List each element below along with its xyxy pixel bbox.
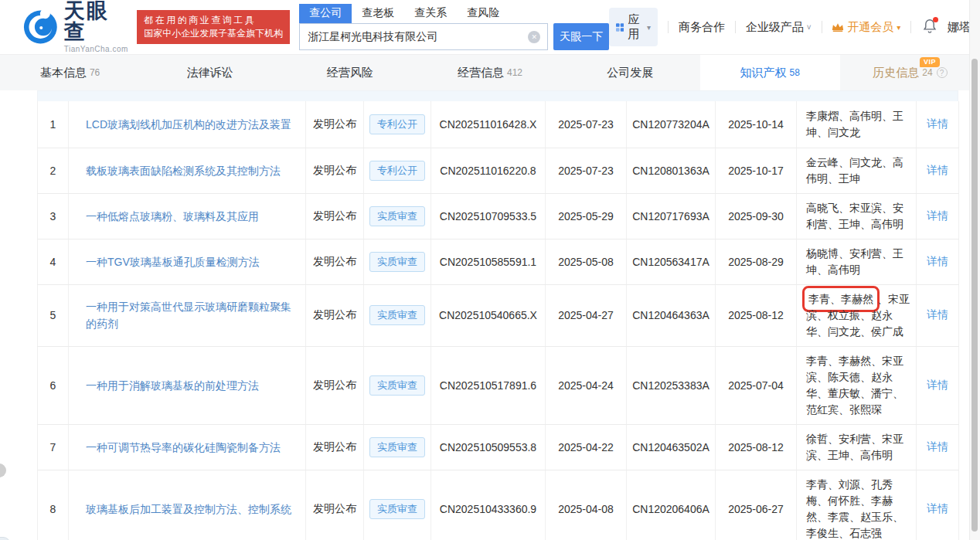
application-number: CN202510709533.5 bbox=[431, 193, 546, 239]
detail-link[interactable]: 详情 bbox=[927, 255, 948, 267]
search-input-wrap: ✕ bbox=[299, 23, 548, 50]
search-tab-relation[interactable]: 查关系 bbox=[404, 4, 457, 23]
detail-link[interactable]: 详情 bbox=[927, 209, 948, 222]
inventors: 李康熠、高伟明、王坤、闫文龙 bbox=[806, 110, 903, 138]
search-tab-company[interactable]: 查公司 bbox=[299, 4, 352, 23]
patent-list-section: 1 LCD玻璃划线机加压机构的改进方法及装置 发明公布 专利公开 CN20251… bbox=[0, 90, 980, 540]
application-date: 2025-05-29 bbox=[546, 193, 627, 239]
status-tag: 实质审查 bbox=[369, 375, 425, 396]
patent-name-link[interactable]: LCD玻璃划线机加压机构的改进方法及装置 bbox=[86, 118, 291, 131]
publication-number: CN120464363A bbox=[627, 284, 716, 346]
publication-number: CN120253383A bbox=[627, 346, 716, 424]
inventors: 李青、刘源、孔秀梅、何怀胜、李赫然、李震、赵玉乐、李俊生、石志强 bbox=[806, 478, 903, 539]
table-row: 7 一种可调节热导率的碳化硅陶瓷制备方法 发明公布 实质审查 CN2025105… bbox=[38, 424, 959, 470]
crown-icon bbox=[832, 22, 844, 32]
application-number: CN202510540665.X bbox=[431, 284, 546, 346]
chevron-down-icon: ▾ bbox=[647, 23, 651, 32]
page-tab[interactable]: 基本信息 76 bbox=[0, 55, 140, 90]
tab-label: 法律诉讼 bbox=[187, 66, 233, 80]
application-date: 2025-07-23 bbox=[546, 101, 627, 148]
application-date: 2025-07-23 bbox=[546, 148, 627, 193]
tab-count: 24 bbox=[922, 67, 932, 78]
row-index: 1 bbox=[38, 101, 69, 148]
patent-name-link[interactable]: 一种用于消解玻璃基板的前处理方法 bbox=[86, 379, 259, 392]
detail-link[interactable]: 详情 bbox=[927, 379, 948, 391]
publication-number: CN120206406A bbox=[627, 470, 716, 540]
patent-type: 发明公布 bbox=[306, 470, 364, 540]
application-number: CN202511016220.8 bbox=[431, 148, 546, 193]
status-tag: 实质审查 bbox=[369, 206, 425, 226]
inventors-cell: 杨晓博、安利营、王坤、高伟明 bbox=[797, 239, 917, 284]
inventors-cell: 李青、李赫然、宋亚滨、权立振、赵永华、闫文龙、侯广成 bbox=[797, 284, 917, 346]
search-tab-boss[interactable]: 查老板 bbox=[352, 4, 404, 23]
detail-link[interactable]: 详情 bbox=[927, 502, 948, 515]
patent-type: 发明公布 bbox=[306, 148, 364, 193]
patent-name-link[interactable]: 一种低熔点玻璃粉、玻璃料及其应用 bbox=[86, 210, 259, 222]
detail-link[interactable]: 详情 bbox=[927, 440, 948, 453]
page-tabs: 基本信息 76 法律诉讼 经营风险 经营信息 412 公司发展 知识产权 58 … bbox=[0, 54, 980, 90]
side-widget-knob[interactable] bbox=[0, 464, 6, 477]
patent-name-link[interactable]: 一种TGV玻璃基板通孔质量检测方法 bbox=[86, 256, 260, 268]
table-row: 8 玻璃基板后加工装置及控制方法、控制系统 发明公布 实质审查 CN202510… bbox=[38, 470, 959, 540]
brand-slogan: 都在用的商业查询工具 国家中小企业发展子基金旗下机构 bbox=[137, 10, 290, 44]
page-tab[interactable]: 法律诉讼 bbox=[140, 55, 280, 90]
application-number: CN202510585591.1 bbox=[431, 239, 546, 284]
inventors: 徐哲、安利营、宋亚滨、王坤、高伟明 bbox=[806, 433, 903, 461]
publication-number: CN120773204A bbox=[627, 101, 716, 148]
publication-number: CN120463502A bbox=[627, 424, 716, 470]
detail-link[interactable]: 详情 bbox=[927, 164, 948, 176]
table-row: 2 载板玻璃表面缺陷检测系统及其控制方法 发明公布 专利公开 CN2025110… bbox=[38, 148, 959, 193]
notification-bell-icon[interactable] bbox=[923, 19, 937, 36]
publication-date: 2025-06-27 bbox=[716, 470, 797, 540]
question-icon[interactable]: ? bbox=[937, 67, 948, 78]
publication-number: CN120717693A bbox=[627, 193, 716, 239]
application-date: 2025-05-08 bbox=[546, 239, 627, 284]
side-widget-panel[interactable] bbox=[0, 537, 11, 540]
open-vip-label: 开通会员 bbox=[847, 20, 893, 35]
apps-grid-icon bbox=[616, 22, 624, 33]
patent-name-link[interactable]: 载板玻璃表面缺陷检测系统及其控制方法 bbox=[86, 165, 281, 177]
application-date: 2025-04-08 bbox=[546, 470, 627, 540]
patent-name-link[interactable]: 一种可调节热导率的碳化硅陶瓷制备方法 bbox=[86, 441, 281, 453]
patent-type: 发明公布 bbox=[306, 101, 364, 148]
search-input[interactable] bbox=[300, 24, 547, 49]
status-tag: 实质审查 bbox=[369, 499, 425, 519]
top-nav: 应用 ▾ 商务合作 企业级产品 ˅ 开通会员 ▾ 娜塔丽... ˅ bbox=[609, 8, 980, 46]
tianyancha-logo[interactable]: 天眼查 TianYanCha.com bbox=[23, 1, 129, 53]
patent-name-link[interactable]: 一种用于对策高世代显示玻璃研磨颗粒聚集的药剂 bbox=[86, 301, 291, 330]
inventors-highlight-annotation: 李青、李赫然 bbox=[802, 286, 880, 312]
inventors: 杨晓博、安利营、王坤、高伟明 bbox=[806, 247, 903, 276]
page-tab[interactable]: 知识产权 58 bbox=[700, 55, 840, 90]
tab-count: 76 bbox=[90, 67, 100, 78]
apps-button[interactable]: 应用 ▾ bbox=[609, 8, 658, 46]
page-tab[interactable]: 经营信息 412 bbox=[420, 55, 560, 90]
publication-date: 2025-08-29 bbox=[716, 239, 797, 284]
logo-domain: TianYanCha.com bbox=[64, 46, 129, 53]
inventors: 高晓飞、宋亚滨、安利营、王坤、高伟明 bbox=[806, 202, 903, 230]
divider bbox=[822, 21, 822, 33]
tab-count: 412 bbox=[507, 67, 522, 78]
search-button[interactable]: 天眼一下 bbox=[553, 23, 609, 50]
slogan-line-1: 都在用的商业查询工具 bbox=[144, 14, 283, 27]
nav-biz-cooperation[interactable]: 商务合作 bbox=[679, 20, 725, 35]
patent-name-link[interactable]: 玻璃基板后加工装置及控制方法、控制系统 bbox=[86, 503, 291, 515]
vertical-scrollbar[interactable] bbox=[969, 0, 980, 540]
detail-link[interactable]: 详情 bbox=[927, 308, 948, 321]
publication-date: 2025-09-30 bbox=[716, 193, 797, 239]
row-index: 3 bbox=[38, 193, 69, 239]
page-tab[interactable]: 公司发展 bbox=[560, 55, 700, 90]
open-vip-button[interactable]: 开通会员 ▾ bbox=[832, 20, 900, 35]
publication-date: 2025-10-14 bbox=[716, 101, 797, 148]
page-tab[interactable]: VIP 历史信息 24 ? bbox=[840, 55, 980, 90]
clear-input-icon[interactable]: ✕ bbox=[528, 31, 540, 43]
tab-count: 58 bbox=[790, 67, 800, 78]
inventors: 李青、李赫然、宋亚滨、陈天德、赵永华、董庆敏、潘宁、范红宾、张熙琛 bbox=[806, 355, 903, 416]
detail-link[interactable]: 详情 bbox=[927, 117, 948, 130]
apps-label: 应用 bbox=[628, 12, 644, 42]
scrollbar-thumb[interactable] bbox=[971, 59, 978, 532]
publication-date: 2025-10-17 bbox=[716, 148, 797, 193]
search-tab-risk[interactable]: 查风险 bbox=[457, 4, 509, 23]
nav-enterprise-products[interactable]: 企业级产品 bbox=[746, 20, 804, 35]
vip-badge: VIP bbox=[920, 57, 940, 67]
page-tab[interactable]: 经营风险 bbox=[280, 55, 420, 90]
